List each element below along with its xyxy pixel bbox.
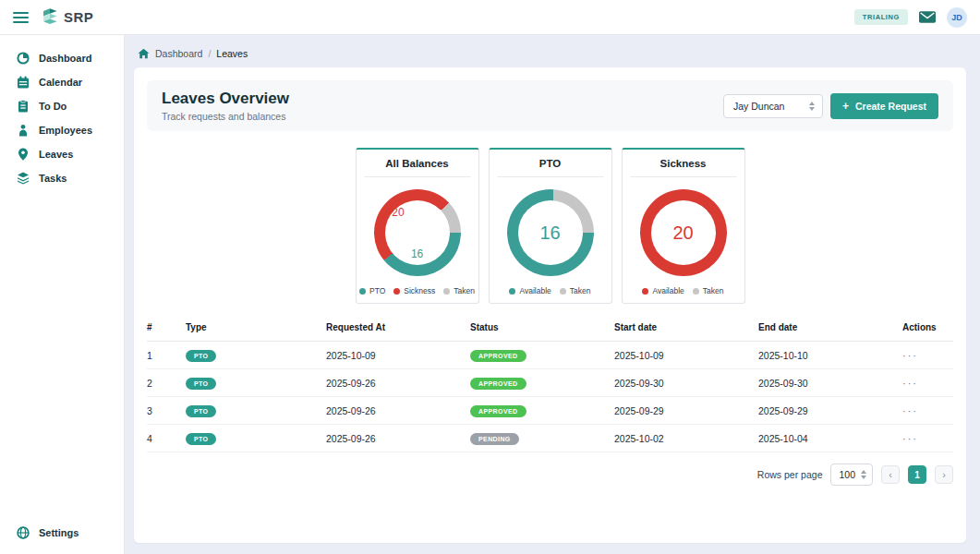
table-header-row: # Type Requested At Status Start date En… (147, 322, 953, 342)
end-date: 2025-10-04 (758, 433, 902, 444)
avatar[interactable]: JD (947, 7, 967, 28)
rows-per-page-value: 100 (839, 469, 855, 480)
page-title: Leaves Overview (162, 90, 289, 108)
sidebar-item-label: Settings (39, 527, 79, 538)
pagination: Rows per page 100 ‹ 1 › (147, 464, 953, 486)
menu-icon[interactable] (13, 12, 29, 23)
settings-globe-icon (17, 526, 30, 539)
legend-label: Taken (703, 286, 724, 295)
sidebar-item-label: Dashboard (39, 53, 91, 64)
row-actions-menu[interactable]: ··· (902, 405, 953, 416)
todo-icon (17, 100, 30, 113)
next-page-button[interactable]: › (935, 465, 953, 484)
tasks-icon (17, 172, 30, 185)
legend-label: Taken (454, 286, 475, 295)
all-balances-card: All Balances 20 16 PTO Sickness Taken (356, 148, 479, 304)
requested-at: 2025-09-26 (326, 405, 470, 416)
end-date: 2025-09-29 (758, 405, 902, 416)
legend-label: Available (519, 286, 550, 295)
content-panel: Leaves Overview Track requests and balan… (134, 67, 966, 543)
row-number: 2 (147, 378, 186, 389)
breadcrumb: Dashboard / Leaves (125, 35, 980, 67)
sidebar-item-dashboard[interactable]: Dashboard (0, 46, 124, 70)
pto-card: PTO 16 Available Taken (489, 148, 612, 304)
start-date: 2025-09-29 (614, 405, 758, 416)
row-number: 3 (147, 405, 186, 416)
leaves-icon (17, 148, 30, 161)
chart-title: All Balances (364, 158, 471, 177)
leave-requests-table: # Type Requested At Status Start date En… (147, 322, 953, 452)
sidebar-item-calendar[interactable]: Calendar (0, 70, 124, 94)
row-actions-menu[interactable]: ··· (902, 350, 953, 361)
logo-icon (42, 7, 58, 28)
envelope-icon (919, 11, 936, 23)
sidebar-item-todo[interactable]: To Do (0, 94, 124, 118)
rows-per-page-select[interactable]: 100 (830, 464, 873, 486)
chart-legend: PTO Sickness Taken (364, 286, 471, 295)
sidebar-item-label: To Do (39, 101, 67, 112)
sidebar-item-leaves[interactable]: Leaves (0, 142, 124, 166)
page-header: Leaves Overview Track requests and balan… (147, 80, 953, 131)
breadcrumb-separator: / (208, 48, 211, 59)
table-row: 3 PTO 2025-09-26 APPROVED 2025-09-29 202… (147, 397, 953, 425)
legend-dot-pto (359, 288, 366, 295)
dashboard-icon (17, 52, 30, 65)
pto-value-label: 16 (411, 247, 423, 260)
create-request-button[interactable]: + Create Request (830, 93, 938, 119)
sidebar: Dashboard Calendar To Do (0, 35, 125, 554)
col-status: Status (470, 322, 614, 332)
status-badge: PENDING (470, 433, 519, 445)
employee-select[interactable]: Jay Duncan (723, 94, 823, 118)
col-start-date: Start date (614, 322, 758, 332)
legend-dot-available (642, 288, 648, 295)
messages-button[interactable] (919, 11, 936, 23)
sidebar-item-label: Leaves (39, 149, 73, 160)
legend-dot-taken (443, 288, 450, 295)
type-badge: PTO (186, 405, 216, 417)
type-badge: PTO (186, 350, 216, 362)
all-balances-donut-chart (374, 189, 461, 276)
create-request-label: Create Request (855, 101, 926, 112)
sickness-value-label: 20 (392, 206, 404, 219)
end-date: 2025-10-10 (758, 350, 902, 361)
row-actions-menu[interactable]: ··· (902, 433, 953, 444)
table-row: 1 PTO 2025-10-09 APPROVED 2025-10-09 202… (147, 342, 953, 369)
col-number: # (147, 322, 186, 332)
legend-dot-sickness (393, 288, 400, 295)
requested-at: 2025-09-26 (326, 433, 470, 444)
logo-text: SRP (64, 9, 93, 25)
plus-icon: + (842, 101, 849, 112)
legend-label: Sickness (404, 286, 435, 295)
status-badge: APPROVED (470, 378, 526, 390)
chart-title: Sickness (630, 158, 737, 177)
requested-at: 2025-09-26 (326, 378, 470, 389)
sidebar-item-employees[interactable]: Employees (0, 118, 124, 142)
table-row: 4 PTO 2025-09-26 PENDING 2025-10-02 2025… (147, 425, 953, 452)
rows-per-page-label: Rows per page (757, 469, 823, 480)
breadcrumb-dashboard[interactable]: Dashboard (155, 48, 202, 59)
start-date: 2025-10-02 (614, 433, 758, 444)
pto-center-value: 16 (507, 189, 594, 276)
prev-page-button[interactable]: ‹ (881, 465, 900, 484)
top-bar: SRP TRIALING JD (0, 0, 980, 35)
col-actions: Actions (902, 322, 953, 332)
col-end-date: End date (758, 322, 902, 332)
legend-label: PTO (369, 286, 385, 295)
page-subtitle: Track requests and balances (162, 111, 289, 122)
row-number: 4 (147, 433, 186, 444)
select-stepper-icon (809, 102, 815, 111)
sidebar-item-tasks[interactable]: Tasks (0, 166, 124, 190)
page-1-button[interactable]: 1 (908, 465, 926, 484)
requested-at: 2025-10-09 (326, 350, 470, 361)
row-actions-menu[interactable]: ··· (902, 378, 953, 389)
chart-legend: Available Taken (630, 286, 737, 295)
legend-label: Taken (570, 286, 591, 295)
calendar-icon (17, 76, 30, 89)
start-date: 2025-10-09 (614, 350, 758, 361)
end-date: 2025-09-30 (758, 378, 902, 389)
legend-label: Available (652, 286, 684, 295)
home-icon[interactable] (138, 48, 150, 59)
sidebar-item-settings[interactable]: Settings (0, 521, 124, 545)
balance-charts: All Balances 20 16 PTO Sickness Taken PT… (147, 148, 953, 304)
status-badge: APPROVED (470, 350, 526, 362)
